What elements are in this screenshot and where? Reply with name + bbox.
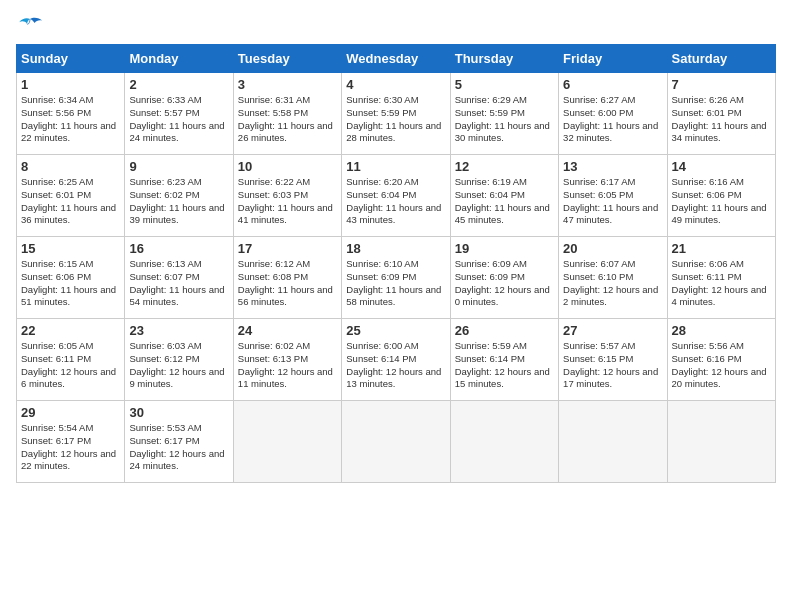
calendar-cell: 9Sunrise: 6:23 AMSunset: 6:02 PMDaylight…: [125, 155, 233, 237]
day-header-thursday: Thursday: [450, 45, 558, 73]
calendar-cell: 10Sunrise: 6:22 AMSunset: 6:03 PMDayligh…: [233, 155, 341, 237]
calendar-cell: [233, 401, 341, 483]
day-info: Sunrise: 6:15 AMSunset: 6:06 PMDaylight:…: [21, 258, 120, 309]
day-number: 12: [455, 159, 554, 174]
calendar-cell: 8Sunrise: 6:25 AMSunset: 6:01 PMDaylight…: [17, 155, 125, 237]
header: [16, 16, 776, 36]
day-info: Sunrise: 6:31 AMSunset: 5:58 PMDaylight:…: [238, 94, 337, 145]
calendar-cell: 6Sunrise: 6:27 AMSunset: 6:00 PMDaylight…: [559, 73, 667, 155]
calendar-cell: 5Sunrise: 6:29 AMSunset: 5:59 PMDaylight…: [450, 73, 558, 155]
week-row: 22Sunrise: 6:05 AMSunset: 6:11 PMDayligh…: [17, 319, 776, 401]
day-info: Sunrise: 6:33 AMSunset: 5:57 PMDaylight:…: [129, 94, 228, 145]
day-info: Sunrise: 6:30 AMSunset: 5:59 PMDaylight:…: [346, 94, 445, 145]
day-info: Sunrise: 5:57 AMSunset: 6:15 PMDaylight:…: [563, 340, 662, 391]
calendar-cell: 19Sunrise: 6:09 AMSunset: 6:09 PMDayligh…: [450, 237, 558, 319]
calendar-cell: 25Sunrise: 6:00 AMSunset: 6:14 PMDayligh…: [342, 319, 450, 401]
calendar: SundayMondayTuesdayWednesdayThursdayFrid…: [16, 44, 776, 483]
day-number: 18: [346, 241, 445, 256]
day-number: 20: [563, 241, 662, 256]
day-info: Sunrise: 6:07 AMSunset: 6:10 PMDaylight:…: [563, 258, 662, 309]
day-number: 26: [455, 323, 554, 338]
day-number: 22: [21, 323, 120, 338]
calendar-cell: 29Sunrise: 5:54 AMSunset: 6:17 PMDayligh…: [17, 401, 125, 483]
calendar-cell: 13Sunrise: 6:17 AMSunset: 6:05 PMDayligh…: [559, 155, 667, 237]
day-header-wednesday: Wednesday: [342, 45, 450, 73]
day-number: 7: [672, 77, 771, 92]
day-number: 4: [346, 77, 445, 92]
calendar-cell: 20Sunrise: 6:07 AMSunset: 6:10 PMDayligh…: [559, 237, 667, 319]
calendar-cell: 23Sunrise: 6:03 AMSunset: 6:12 PMDayligh…: [125, 319, 233, 401]
day-info: Sunrise: 5:53 AMSunset: 6:17 PMDaylight:…: [129, 422, 228, 473]
day-info: Sunrise: 6:16 AMSunset: 6:06 PMDaylight:…: [672, 176, 771, 227]
calendar-cell: 16Sunrise: 6:13 AMSunset: 6:07 PMDayligh…: [125, 237, 233, 319]
calendar-cell: [667, 401, 775, 483]
day-number: 28: [672, 323, 771, 338]
day-info: Sunrise: 6:23 AMSunset: 6:02 PMDaylight:…: [129, 176, 228, 227]
day-header-friday: Friday: [559, 45, 667, 73]
day-info: Sunrise: 6:17 AMSunset: 6:05 PMDaylight:…: [563, 176, 662, 227]
calendar-cell: 24Sunrise: 6:02 AMSunset: 6:13 PMDayligh…: [233, 319, 341, 401]
header-row: SundayMondayTuesdayWednesdayThursdayFrid…: [17, 45, 776, 73]
calendar-cell: 15Sunrise: 6:15 AMSunset: 6:06 PMDayligh…: [17, 237, 125, 319]
day-info: Sunrise: 6:22 AMSunset: 6:03 PMDaylight:…: [238, 176, 337, 227]
calendar-cell: 3Sunrise: 6:31 AMSunset: 5:58 PMDaylight…: [233, 73, 341, 155]
calendar-cell: 4Sunrise: 6:30 AMSunset: 5:59 PMDaylight…: [342, 73, 450, 155]
day-info: Sunrise: 6:05 AMSunset: 6:11 PMDaylight:…: [21, 340, 120, 391]
day-number: 10: [238, 159, 337, 174]
day-number: 16: [129, 241, 228, 256]
calendar-cell: 1Sunrise: 6:34 AMSunset: 5:56 PMDaylight…: [17, 73, 125, 155]
day-info: Sunrise: 6:27 AMSunset: 6:00 PMDaylight:…: [563, 94, 662, 145]
day-number: 19: [455, 241, 554, 256]
day-number: 13: [563, 159, 662, 174]
calendar-cell: [342, 401, 450, 483]
calendar-cell: 2Sunrise: 6:33 AMSunset: 5:57 PMDaylight…: [125, 73, 233, 155]
day-number: 30: [129, 405, 228, 420]
calendar-cell: 18Sunrise: 6:10 AMSunset: 6:09 PMDayligh…: [342, 237, 450, 319]
day-info: Sunrise: 6:06 AMSunset: 6:11 PMDaylight:…: [672, 258, 771, 309]
day-number: 21: [672, 241, 771, 256]
day-info: Sunrise: 6:34 AMSunset: 5:56 PMDaylight:…: [21, 94, 120, 145]
day-number: 8: [21, 159, 120, 174]
calendar-cell: 27Sunrise: 5:57 AMSunset: 6:15 PMDayligh…: [559, 319, 667, 401]
day-info: Sunrise: 6:00 AMSunset: 6:14 PMDaylight:…: [346, 340, 445, 391]
day-number: 27: [563, 323, 662, 338]
calendar-cell: 28Sunrise: 5:56 AMSunset: 6:16 PMDayligh…: [667, 319, 775, 401]
day-header-saturday: Saturday: [667, 45, 775, 73]
day-number: 5: [455, 77, 554, 92]
calendar-cell: 22Sunrise: 6:05 AMSunset: 6:11 PMDayligh…: [17, 319, 125, 401]
day-number: 29: [21, 405, 120, 420]
day-number: 9: [129, 159, 228, 174]
week-row: 29Sunrise: 5:54 AMSunset: 6:17 PMDayligh…: [17, 401, 776, 483]
day-info: Sunrise: 5:56 AMSunset: 6:16 PMDaylight:…: [672, 340, 771, 391]
day-number: 1: [21, 77, 120, 92]
calendar-cell: 30Sunrise: 5:53 AMSunset: 6:17 PMDayligh…: [125, 401, 233, 483]
day-number: 15: [21, 241, 120, 256]
day-info: Sunrise: 6:02 AMSunset: 6:13 PMDaylight:…: [238, 340, 337, 391]
day-number: 25: [346, 323, 445, 338]
day-number: 17: [238, 241, 337, 256]
day-info: Sunrise: 6:26 AMSunset: 6:01 PMDaylight:…: [672, 94, 771, 145]
logo: [16, 16, 48, 36]
day-header-tuesday: Tuesday: [233, 45, 341, 73]
calendar-cell: 7Sunrise: 6:26 AMSunset: 6:01 PMDaylight…: [667, 73, 775, 155]
day-info: Sunrise: 6:29 AMSunset: 5:59 PMDaylight:…: [455, 94, 554, 145]
calendar-cell: [559, 401, 667, 483]
week-row: 8Sunrise: 6:25 AMSunset: 6:01 PMDaylight…: [17, 155, 776, 237]
day-header-monday: Monday: [125, 45, 233, 73]
week-row: 15Sunrise: 6:15 AMSunset: 6:06 PMDayligh…: [17, 237, 776, 319]
day-info: Sunrise: 5:59 AMSunset: 6:14 PMDaylight:…: [455, 340, 554, 391]
calendar-cell: 14Sunrise: 6:16 AMSunset: 6:06 PMDayligh…: [667, 155, 775, 237]
day-number: 14: [672, 159, 771, 174]
day-info: Sunrise: 6:09 AMSunset: 6:09 PMDaylight:…: [455, 258, 554, 309]
day-info: Sunrise: 6:13 AMSunset: 6:07 PMDaylight:…: [129, 258, 228, 309]
day-number: 23: [129, 323, 228, 338]
calendar-cell: 11Sunrise: 6:20 AMSunset: 6:04 PMDayligh…: [342, 155, 450, 237]
logo-icon: [16, 16, 44, 36]
day-number: 6: [563, 77, 662, 92]
day-info: Sunrise: 6:10 AMSunset: 6:09 PMDaylight:…: [346, 258, 445, 309]
day-header-sunday: Sunday: [17, 45, 125, 73]
calendar-cell: 26Sunrise: 5:59 AMSunset: 6:14 PMDayligh…: [450, 319, 558, 401]
day-info: Sunrise: 6:12 AMSunset: 6:08 PMDaylight:…: [238, 258, 337, 309]
calendar-cell: 17Sunrise: 6:12 AMSunset: 6:08 PMDayligh…: [233, 237, 341, 319]
day-number: 11: [346, 159, 445, 174]
